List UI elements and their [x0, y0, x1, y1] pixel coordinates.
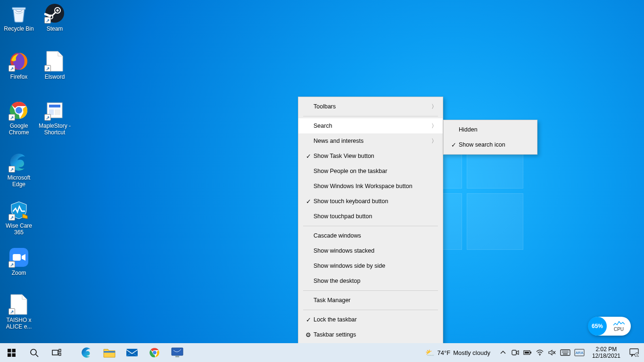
taskbar-app-mail[interactable] [121, 343, 143, 362]
svg-rect-13 [55, 109, 60, 115]
menu-item-label: News and interests [313, 138, 431, 144]
file-explorer-icon [103, 347, 116, 358]
desktop-icon-label: Elsword [37, 74, 73, 80]
tray-battery[interactable] [522, 343, 533, 362]
menu-separator [303, 290, 438, 291]
taskview-icon [52, 349, 61, 356]
svg-rect-32 [525, 352, 529, 354]
desktop-icon-wisecare[interactable]: ↗ Wise Care 365 [1, 199, 37, 236]
desktop-icon-label: Recycle Bin [1, 25, 37, 32]
svg-rect-21 [59, 349, 61, 352]
chevron-right-icon: 〉 [431, 103, 437, 111]
gear-icon: ⚙ [304, 331, 313, 338]
monitor-icon [171, 347, 183, 358]
menu-separator [303, 226, 438, 226]
taskbar-search-button[interactable] [23, 343, 45, 362]
menu-item-label: Show touch keyboard button [313, 198, 437, 205]
search-submenu: Hidden ✓Show search icon [443, 120, 537, 155]
desktop-icon-chrome[interactable]: ↗ Google Chrome [1, 99, 37, 136]
edge-icon [81, 346, 93, 359]
menu-item-label: Show the desktop [313, 278, 437, 284]
menu-item-toolbars[interactable]: Toolbars〉 [298, 99, 443, 114]
taskbar-app-chrome[interactable] [143, 343, 166, 362]
desktop-icon-zoom[interactable]: ↗ Zoom [1, 246, 37, 276]
menu-item-taskmgr[interactable]: Task Manager [298, 293, 443, 308]
desktop-icon-recycle-bin[interactable]: Recycle Bin [1, 2, 37, 32]
menu-item-label: Task Manager [313, 297, 437, 304]
system-tray: ARA [495, 343, 588, 362]
desktop-icon-label: Zoom [1, 270, 37, 276]
chevron-up-icon [500, 350, 506, 355]
desktop-icon-label: Firefox [1, 74, 37, 80]
menu-item-sidebyside[interactable]: Show windows side by side [298, 258, 443, 273]
weather-cond: Mostly cloudy [453, 349, 490, 356]
cpu-widget[interactable]: 65% CPU [588, 317, 631, 336]
svg-point-26 [153, 351, 157, 354]
desktop-icon-maplestory[interactable]: ↗ MapleStory - Shortcut [37, 99, 73, 136]
recycle-bin-icon [8, 2, 30, 25]
tray-volume[interactable] [547, 343, 557, 362]
chevron-right-icon: 〉 [431, 122, 437, 130]
desktop-icon-label: MapleStory - Shortcut [37, 123, 73, 136]
taskbar-weather[interactable]: ⛅ 74°F Mostly cloudy [421, 343, 495, 362]
action-center-button[interactable]: 3 [624, 343, 644, 362]
taskbar-app-explorer[interactable] [98, 343, 121, 362]
menu-item-cascade[interactable]: Cascade windows [298, 228, 443, 243]
desktop-icon-edge[interactable]: ↗ Microsoft Edge [1, 151, 37, 188]
tray-meet-now[interactable] [510, 343, 520, 362]
desktop-icon-steam[interactable]: ↗ Steam [37, 2, 73, 32]
menu-item-label: Taskbar settings [313, 331, 437, 338]
tray-wifi[interactable] [535, 343, 545, 362]
wisecare-icon: ↗ [8, 199, 30, 222]
taskbar-app-edge[interactable] [75, 343, 98, 362]
menu-item-label: Hidden [458, 126, 531, 133]
svg-line-19 [36, 354, 38, 357]
menu-item-label: Show Task View button [313, 153, 437, 159]
desktop-icon-taisho[interactable]: ↗ TAISHO x ALICE e... [1, 293, 37, 330]
menu-item-people[interactable]: Show People on the taskbar [298, 164, 443, 179]
menu-item-news[interactable]: News and interests〉 [298, 133, 443, 148]
menu-item-touchpad[interactable]: Show touchpad button [298, 209, 443, 224]
svg-point-33 [539, 355, 540, 356]
taskbar-taskview-button[interactable] [45, 343, 68, 362]
menu-item-settings[interactable]: ⚙Taskbar settings [298, 327, 443, 342]
tray-input-language[interactable]: ARA [573, 343, 586, 362]
desktop-icon-elsword[interactable]: ↗ Elsword [37, 50, 73, 80]
search-icon [30, 348, 39, 357]
svg-text:ARA: ARA [576, 351, 584, 355]
menu-item-label: Show Windows Ink Workspace button [313, 183, 437, 189]
taskbar-app-generic[interactable] [166, 343, 189, 362]
menu-item-ink[interactable]: Show Windows Ink Workspace button [298, 179, 443, 194]
clock-date: 12/18/2021 [592, 353, 620, 359]
language-icon: ARA [574, 349, 585, 356]
menu-item-label: Show windows side by side [313, 263, 437, 269]
tray-show-hidden-icons[interactable] [498, 343, 508, 362]
battery-icon [523, 350, 532, 355]
menu-item-stacked[interactable]: Show windows stacked [298, 243, 443, 258]
taskbar-clock[interactable]: 2:02 PM 12/18/2021 [588, 343, 624, 362]
taskbar[interactable]: ⛅ 74°F Mostly cloudy ARA 2:02 PM 12/18/2… [0, 343, 644, 362]
checkmark-icon: ✓ [449, 141, 458, 148]
menu-item-touchkb[interactable]: ✓Show touch keyboard button [298, 194, 443, 209]
chrome-icon [149, 347, 160, 358]
tray-touch-keyboard[interactable] [559, 343, 571, 362]
desktop-icon-label: Wise Care 365 [1, 222, 37, 236]
submenu-item-show-icon[interactable]: ✓Show search icon [444, 137, 537, 152]
menu-item-label: Lock the taskbar [313, 316, 437, 323]
checkmark-icon: ✓ [304, 316, 313, 323]
desktop-icon-label: TAISHO x ALICE e... [1, 317, 37, 330]
menu-item-search[interactable]: Search〉 [298, 118, 443, 133]
keyboard-icon [560, 349, 570, 356]
menu-item-label: Show search icon [458, 141, 531, 148]
menu-item-label: Cascade windows [313, 232, 437, 239]
desktop-icon-firefox[interactable]: ↗ Firefox [1, 50, 37, 80]
file-icon: ↗ [43, 50, 66, 73]
desktop-icon-label: Microsoft Edge [1, 174, 37, 188]
menu-item-showdesktop[interactable]: Show the desktop [298, 273, 443, 288]
menu-item-taskview[interactable]: ✓Show Task View button [298, 148, 443, 164]
start-button[interactable] [0, 343, 23, 362]
submenu-item-hidden[interactable]: Hidden [444, 122, 537, 137]
steam-icon: ↗ [43, 2, 66, 25]
svg-rect-28 [175, 356, 179, 357]
menu-item-lock[interactable]: ✓Lock the taskbar [298, 312, 443, 327]
